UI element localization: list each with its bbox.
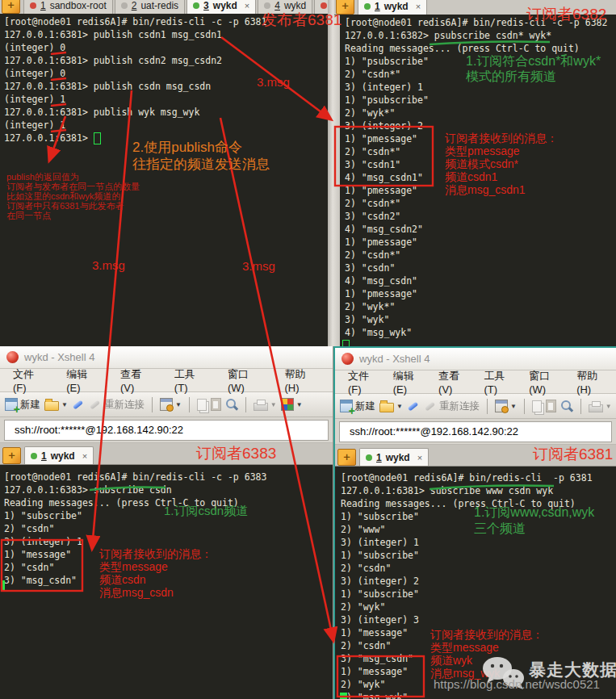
dropdown-caret-icon[interactable]: ▼: [175, 401, 182, 408]
connect-icon[interactable]: [407, 400, 420, 412]
menu-item[interactable]: 窗口(W): [529, 369, 557, 396]
dropdown-caret-icon[interactable]: ▼: [510, 403, 517, 410]
new-tab-button[interactable]: ＋: [336, 0, 354, 15]
open-folder-button[interactable]: ▼: [379, 400, 403, 412]
new-tab-button[interactable]: ＋: [337, 449, 356, 466]
tab-status-dot: [193, 2, 199, 9]
paste-icon: [211, 398, 221, 411]
dropdown-caret-icon[interactable]: ▼: [296, 401, 303, 408]
terminal-line: [root@node01 redis6A]# bin/redis-cli -c …: [4, 471, 333, 483]
xshell-window-6381: wykd - Xshell 4 文件(F)编辑(E)查看(V)工具(T)窗口(W…: [333, 346, 616, 699]
paste-button[interactable]: [211, 398, 221, 411]
menu-item[interactable]: 文件(F): [13, 367, 47, 394]
dropdown-caret-icon[interactable]: ▼: [270, 401, 277, 408]
terminal-line: 2) "csdn*": [345, 197, 616, 210]
menu-item[interactable]: 工具(T): [174, 367, 208, 394]
dropdown-caret-icon[interactable]: ▼: [396, 403, 403, 410]
terminal-line: (integer) 0: [4, 67, 332, 80]
menu-item[interactable]: 帮助(H): [576, 369, 603, 396]
tab-label: wykd: [284, 0, 306, 11]
tab-wykd[interactable]: 4wykd: [258, 0, 312, 14]
terminal-cursor: [340, 693, 347, 699]
menu-item[interactable]: 文件(F): [348, 369, 374, 396]
window-title: wykd - Xshell 4: [24, 351, 94, 363]
terminal-line: 1) "pmessage": [345, 287, 616, 300]
find-icon: [560, 400, 573, 412]
reconnect-button[interactable]: 重新连接: [89, 398, 145, 412]
tab-label: sandbox-root: [50, 0, 107, 11]
tab-close-icon[interactable]: ×: [82, 451, 87, 461]
terminal-line: 1) "psubscribe": [345, 55, 616, 68]
menu-item[interactable]: 窗口(W): [228, 367, 265, 394]
tab-label: wykd: [51, 450, 75, 462]
menu-item[interactable]: 编辑(E): [393, 369, 419, 396]
dropdown-caret-icon[interactable]: ▼: [606, 403, 612, 410]
print-button[interactable]: ▼: [254, 399, 277, 411]
copy-button[interactable]: [197, 399, 207, 411]
terminal-line: 1) "subscribe": [341, 510, 616, 523]
find-button[interactable]: [225, 398, 238, 411]
title-bar[interactable]: wykd - Xshell 4: [0, 346, 333, 369]
tab-wykd[interactable]: 1wykd×: [24, 446, 94, 464]
print-button[interactable]: ▼: [589, 400, 612, 412]
tab-close-icon[interactable]: ×: [416, 2, 421, 11]
address-input[interactable]: ssh://root:******@192.168.142.90:22: [4, 420, 329, 441]
subscriber-6381-terminal[interactable]: [root@node01 redis6A]# bin/redis-cli -p …: [335, 467, 616, 699]
tab-wykd[interactable]: 1wykd×: [358, 0, 427, 15]
title-bar[interactable]: wykd - Xshell 4: [335, 348, 616, 370]
toolbar: 新建▼重新连接▼▼▼: [0, 392, 333, 417]
new-tab-button[interactable]: ＋: [2, 447, 21, 464]
open-folder-button[interactable]: ▼: [44, 398, 68, 411]
paste-button[interactable]: [546, 400, 556, 412]
terminal-line: 1) "pmessage": [345, 236, 616, 249]
address-row: ssh://root:******@192.168.142.90:22: [335, 419, 616, 445]
menu-item[interactable]: 帮助(H): [284, 367, 320, 394]
tab-uat-redis[interactable]: 2uat-redis: [115, 0, 185, 14]
terminal-line: 1) "psubscribe": [345, 94, 616, 107]
terminal-line: 3) (integer) 2: [345, 119, 616, 132]
address-input[interactable]: ssh://root:******@192.168.142.90:22: [339, 421, 612, 442]
new-session-button[interactable]: 新建: [5, 398, 40, 412]
copy-button[interactable]: [532, 400, 542, 412]
terminal-line: 2) "www": [341, 523, 616, 536]
toolbar-separator: [189, 397, 190, 412]
tab-status-dot: [30, 2, 36, 9]
terminal-line: 4) "msg_csdn2": [345, 223, 616, 236]
terminal-line: 3) "wyk": [345, 313, 616, 326]
publisher-terminal[interactable]: [root@node01 redis6A]# bin/redis-cli -c …: [0, 14, 332, 348]
connect-icon[interactable]: [72, 398, 85, 411]
menu-item[interactable]: 查看(V): [120, 367, 155, 394]
session-manager-button[interactable]: ▼: [495, 400, 517, 412]
terminal-line: 127.0.0.1:6383> subscribe csdn: [4, 483, 333, 496]
terminal-line: (integer) 0: [4, 41, 332, 54]
terminal-line: 127.0.0.1:6381> publish wyk msg_wyk: [4, 106, 332, 119]
color-scheme-button[interactable]: ▼: [281, 398, 303, 411]
tab-status-dot: [121, 2, 128, 9]
tab-close-icon[interactable]: ×: [245, 1, 249, 10]
tab-sandbox-root[interactable]: 1sandbox-root: [23, 0, 113, 14]
menu-item[interactable]: 工具(T): [484, 369, 509, 396]
session-tab-bar: ＋ 1wykd×: [0, 443, 333, 465]
menu-item[interactable]: 查看(V): [438, 369, 464, 396]
tab-wykd[interactable]: 1wykd×: [359, 448, 429, 466]
menu-item[interactable]: 编辑(E): [66, 367, 101, 394]
subscriber-6382-terminal[interactable]: [root@node01 redis6A]# bin/redis-cli -c …: [340, 15, 616, 348]
toolbar-button-label: 重新连接: [439, 400, 480, 413]
find-button[interactable]: [560, 400, 573, 412]
tab-close-icon[interactable]: ×: [417, 453, 422, 463]
terminal-line: 3) (integer) 1: [4, 535, 333, 548]
new-tab-button[interactable]: ＋: [2, 0, 20, 14]
terminal-line: 2) "csdn": [341, 639, 616, 652]
xshell-logo-icon: [342, 353, 354, 365]
new-session-button[interactable]: 新建: [340, 400, 375, 413]
reconnect-button[interactable]: 重新连接: [424, 400, 480, 413]
copy-icon: [532, 400, 542, 412]
terminal-line: 1) "subscribe": [341, 588, 616, 601]
screenshot-root: ＋ 1sandbox-root2uat-redis3wykd×4wykd5 [r…: [0, 0, 616, 699]
session-manager-button[interactable]: ▼: [160, 398, 182, 411]
terminal-line: 1) "pmessage": [345, 132, 616, 145]
tab-number: 1: [375, 1, 380, 12]
subscriber-6383-terminal[interactable]: [root@node01 redis6A]# bin/redis-cli -c …: [0, 465, 333, 699]
tab-wykd[interactable]: 3wykd×: [186, 0, 256, 14]
dropdown-caret-icon[interactable]: ▼: [61, 401, 68, 408]
